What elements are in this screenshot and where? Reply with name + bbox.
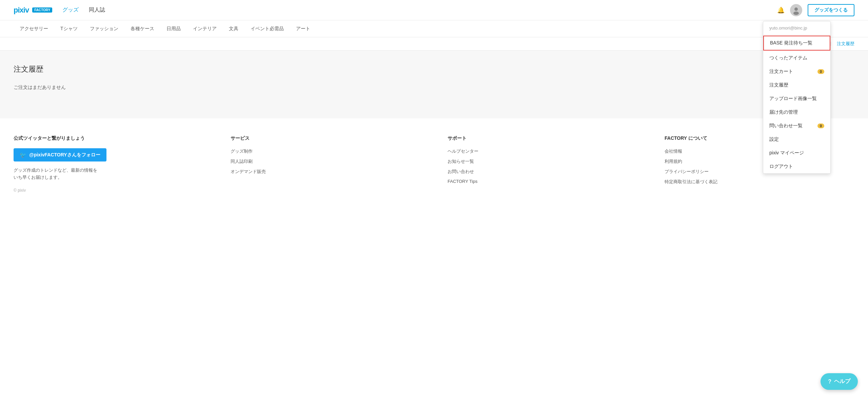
category-stationery[interactable]: 文具: [223, 20, 244, 37]
page-title: 注文履歴: [14, 64, 854, 74]
dropdown-item-pixiv-mypage[interactable]: pixiv マイページ: [763, 146, 830, 160]
cart-badge: 0: [817, 69, 824, 74]
top-links: カート 0 | 注文履歴: [0, 37, 868, 51]
nav-doujinshi[interactable]: 同人誌: [89, 6, 105, 14]
category-events[interactable]: イベント必需品: [244, 20, 290, 37]
dropdown-email: yuto.omori@binc.jp: [763, 21, 830, 35]
category-accessories[interactable]: アクセサリー: [14, 20, 54, 37]
footer-link-factory-tips[interactable]: FACTORY Tips: [448, 179, 637, 184]
footer: 公式ツイッターと繋がりましょう 🐦 @pixivFACTORYさんをフォロー グ…: [0, 118, 868, 203]
twitter-icon: 🐦: [20, 152, 26, 158]
category-art[interactable]: アート: [290, 20, 316, 37]
footer-service-title: サービス: [231, 135, 420, 141]
dropdown-item-logout[interactable]: ログアウト: [763, 160, 830, 173]
user-dropdown-menu: yuto.omori@binc.jp BASE 発注待ち一覧 つくったアイテム …: [763, 21, 831, 174]
footer-social-title: 公式ツイッターと繋がりましょう: [14, 135, 203, 141]
footer-social-section: 公式ツイッターと繋がりましょう 🐦 @pixivFACTORYさんをフォロー グ…: [14, 135, 203, 193]
category-tshirts[interactable]: Tシャツ: [54, 20, 84, 37]
footer-social-desc: グッズ作成のトレンドなど、最新の情報を いち早くお届けします。: [14, 167, 203, 181]
inquiries-badge: 0: [817, 123, 824, 128]
dropdown-item-upload-images[interactable]: アップロード画像一覧: [763, 92, 830, 106]
dropdown-item-order-history[interactable]: 注文履歴: [763, 78, 830, 92]
category-nav: アクセサリー Tシャツ ファッション 各種ケース 日用品 インテリア 文具 イベ…: [0, 20, 868, 37]
footer-link-tokusho[interactable]: 特定商取引法に基づく表記: [665, 179, 854, 185]
category-daily[interactable]: 日用品: [160, 20, 187, 37]
pixiv-logo[interactable]: pixiv: [14, 6, 29, 15]
create-goods-button[interactable]: グッズをつくる: [808, 4, 854, 16]
twitter-follow-button[interactable]: 🐦 @pixivFACTORYさんをフォロー: [14, 148, 106, 161]
dropdown-item-settings[interactable]: 設定: [763, 133, 830, 146]
footer-copyright: © pixiv: [14, 188, 203, 193]
footer-service-section: サービス グッズ制作 同人誌印刷 オンデマンド販売: [231, 135, 420, 193]
avatar[interactable]: [790, 4, 802, 16]
dropdown-item-cart[interactable]: 注文カート 0: [763, 65, 830, 78]
empty-order-message: ご注文はまだありません: [14, 84, 854, 91]
header: pixiv FACTORY グッズ 同人誌 🔔 グッズをつくる yuto.omo…: [0, 0, 868, 20]
svg-point-2: [793, 12, 799, 15]
dropdown-item-cart-label: 注文カート: [769, 69, 793, 75]
order-history-link[interactable]: 注文履歴: [837, 41, 854, 47]
bell-icon[interactable]: 🔔: [777, 6, 785, 14]
dropdown-item-created-items[interactable]: つくったアイテム: [763, 51, 830, 65]
svg-point-1: [794, 7, 798, 11]
dropdown-item-base-orders[interactable]: BASE 発注待ち一覧: [763, 36, 830, 51]
dropdown-item-inquiries-label: 問い合わせ一覧: [769, 123, 803, 129]
footer-support-title: サポート: [448, 135, 637, 141]
footer-link-news[interactable]: お知らせ一覧: [448, 158, 637, 165]
factory-badge: FACTORY: [32, 7, 52, 13]
main-nav: グッズ 同人誌: [62, 6, 105, 14]
category-interior[interactable]: インテリア: [187, 20, 223, 37]
footer-link-contact[interactable]: お問い合わせ: [448, 169, 637, 175]
footer-link-doujinshi[interactable]: 同人誌印刷: [231, 158, 420, 165]
logo-area: pixiv FACTORY: [14, 6, 52, 15]
footer-link-helpcenter[interactable]: ヘルプセンター: [448, 148, 637, 154]
nav-goods[interactable]: グッズ: [62, 6, 79, 14]
footer-link-goods[interactable]: グッズ制作: [231, 148, 420, 154]
dropdown-item-delivery[interactable]: 届け先の管理: [763, 106, 830, 119]
category-cases[interactable]: 各種ケース: [124, 20, 160, 37]
footer-link-ondemand[interactable]: オンデマンド販売: [231, 169, 420, 175]
header-right: 🔔 グッズをつくる yuto.omori@binc.jp BASE 発注待ち一覧…: [777, 4, 854, 16]
twitter-btn-label: @pixivFACTORYさんをフォロー: [29, 152, 100, 158]
main-content: 注文履歴 ご注文はまだありません: [0, 51, 868, 118]
category-fashion[interactable]: ファッション: [84, 20, 124, 37]
footer-support-section: サポート ヘルプセンター お知らせ一覧 お問い合わせ FACTORY Tips: [448, 135, 637, 193]
dropdown-item-inquiries[interactable]: 問い合わせ一覧 0: [763, 119, 830, 133]
